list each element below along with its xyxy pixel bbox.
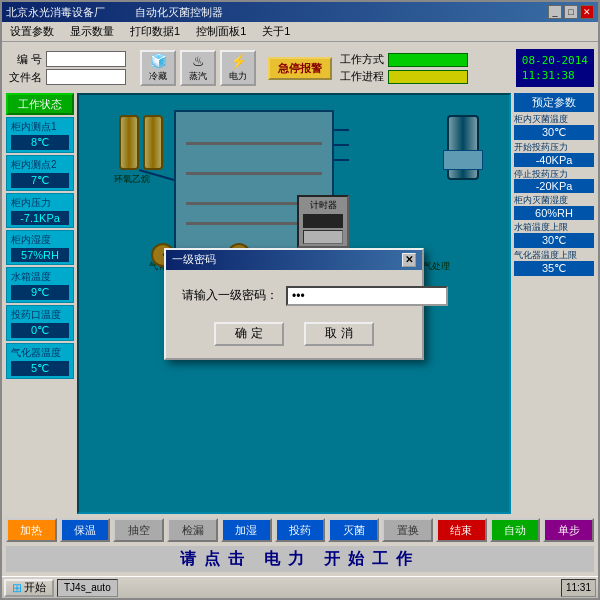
sensor-box-1: 柜内测点2 7℃ — [6, 155, 74, 191]
preset-item-5: 气化器温度上限 35℃ — [514, 250, 594, 276]
work-status-button[interactable]: 工作状态 — [6, 93, 74, 115]
flush-button[interactable]: 置换 — [382, 518, 433, 542]
sensor-label-1: 柜内测点2 — [11, 158, 69, 172]
preset-value-2: -20KPa — [514, 179, 594, 193]
title-buttons: _ □ ✕ — [548, 5, 594, 19]
modal-title-text: 一级密码 — [172, 252, 216, 267]
datetime-box: 08-20-2014 11:31:38 — [516, 49, 594, 88]
menu-settings[interactable]: 设置参数 — [6, 24, 58, 39]
sensor-value-4: 9℃ — [11, 285, 69, 300]
middle-section: 工作状态 柜内测点1 8℃ 柜内测点2 7℃ 柜内压力 -7.1KPa 柜内湿度… — [6, 93, 594, 514]
process-buttons: 加热 保温 抽空 检漏 加湿 投药 灭菌 置换 结束 自动 单步 — [6, 517, 594, 543]
menu-print[interactable]: 打印数据1 — [126, 24, 184, 39]
password-input[interactable] — [286, 286, 448, 306]
sensor-label-0: 柜内测点1 — [11, 120, 69, 134]
humidify-button[interactable]: 加湿 — [221, 518, 272, 542]
start-button[interactable]: ⊞ 开始 — [4, 579, 54, 597]
preset-value-5: 35℃ — [514, 261, 594, 276]
minimize-button[interactable]: _ — [548, 5, 562, 19]
emergency-label: 急停报警 — [278, 62, 322, 74]
work-mode-label: 工作方式 — [340, 52, 384, 67]
emergency-button[interactable]: 急停报警 — [268, 57, 332, 80]
menu-about[interactable]: 关于1 — [258, 24, 294, 39]
password-modal: 一级密码 ✕ 请输入一级密码： 确 定 取 消 — [164, 248, 424, 360]
power-label: 电力 — [229, 70, 247, 83]
status-text: 请点击 电力 开始工作 — [180, 549, 421, 570]
number-input[interactable] — [46, 51, 126, 67]
power-icon: ⚡ — [230, 53, 247, 69]
preset-item-3: 柜内灭菌湿度 60%RH — [514, 195, 594, 220]
sensor-label-6: 气化器温度 — [11, 346, 69, 360]
cold-button[interactable]: 🧊 冷藏 — [140, 50, 176, 86]
modal-overlay: 一级密码 ✕ 请输入一级密码： 确 定 取 消 — [79, 95, 509, 512]
power-button[interactable]: ⚡ 电力 — [220, 50, 256, 86]
number-row: 编 号 — [6, 51, 126, 67]
sensor-label-3: 柜内湿度 — [11, 233, 69, 247]
auto-button[interactable]: 自动 — [490, 518, 541, 542]
steam-label: 蒸汽 — [189, 70, 207, 83]
work-status-section: 工作方式 工作进程 — [340, 52, 468, 84]
heat-button[interactable]: 加热 — [6, 518, 57, 542]
status-text-bar: 请点击 电力 开始工作 — [6, 546, 594, 572]
modal-buttons: 确 定 取 消 — [182, 322, 406, 346]
preset-title: 预定参数 — [514, 93, 594, 112]
preset-value-4: 30℃ — [514, 233, 594, 248]
confirm-button[interactable]: 确 定 — [214, 322, 284, 346]
sensor-label-2: 柜内压力 — [11, 196, 69, 210]
start-label: 开始 — [24, 580, 46, 595]
modal-body: 请输入一级密码： 确 定 取 消 — [166, 270, 422, 358]
steam-button[interactable]: ♨ 蒸汽 — [180, 50, 216, 86]
left-panel: 工作状态 柜内测点1 8℃ 柜内测点2 7℃ 柜内压力 -7.1KPa 柜内湿度… — [6, 93, 74, 514]
emergency-section: 急停报警 — [268, 57, 332, 80]
sterilize-button[interactable]: 灭菌 — [328, 518, 379, 542]
steam-icon: ♨ — [192, 53, 205, 69]
filename-row: 文件名 — [6, 69, 126, 85]
windows-icon: ⊞ — [12, 581, 22, 595]
preset-value-3: 60%RH — [514, 206, 594, 220]
maximize-button[interactable]: □ — [564, 5, 578, 19]
center-diagram: 环氧乙烷 气化泵 热循环泵 负空间 西空军 废气处理 — [77, 93, 511, 514]
sensor-value-1: 7℃ — [11, 173, 69, 188]
insulate-button[interactable]: 保温 — [60, 518, 111, 542]
leak-check-button[interactable]: 检漏 — [167, 518, 218, 542]
sensor-label-5: 投药口温度 — [11, 308, 69, 322]
menu-control[interactable]: 控制面板1 — [192, 24, 250, 39]
taskbar-window-item[interactable]: TJ4s_auto — [57, 579, 118, 597]
modal-close-button[interactable]: ✕ — [402, 253, 416, 267]
menu-bar: 设置参数 显示数量 打印数据1 控制面板1 关于1 — [2, 22, 598, 42]
preset-label-3: 柜内灭菌湿度 — [514, 195, 594, 206]
preset-item-1: 开始投药压力 -40KPa — [514, 142, 594, 167]
icon-buttons: 🧊 冷藏 ♨ 蒸汽 ⚡ 电力 — [140, 50, 256, 86]
work-mode-bar — [388, 53, 468, 67]
work-mode-row: 工作方式 — [340, 52, 468, 67]
filename-label: 文件名 — [6, 70, 42, 85]
sensor-box-3: 柜内湿度 57%RH — [6, 230, 74, 265]
work-progress-bar — [388, 70, 468, 84]
title-bar: 北京永光消毒设备厂 自动化灭菌控制器 _ □ ✕ — [2, 2, 598, 22]
cancel-button[interactable]: 取 消 — [304, 322, 374, 346]
end-button[interactable]: 结束 — [436, 518, 487, 542]
main-window: 北京永光消毒设备厂 自动化灭菌控制器 _ □ ✕ 设置参数 显示数量 打印数据1… — [0, 0, 600, 600]
sensor-box-4: 水箱温度 9℃ — [6, 267, 74, 303]
step-button[interactable]: 单步 — [543, 518, 594, 542]
close-button[interactable]: ✕ — [580, 5, 594, 19]
sensor-box-5: 投药口温度 0℃ — [6, 305, 74, 341]
title-left: 北京永光消毒设备厂 — [6, 5, 105, 20]
preset-label-0: 柜内灭菌温度 — [514, 114, 594, 125]
preset-item-4: 水箱温度上限 30℃ — [514, 222, 594, 248]
main-content: 编 号 文件名 🧊 冷藏 ♨ 蒸汽 ⚡ — [2, 42, 598, 576]
cold-label: 冷藏 — [149, 70, 167, 83]
filename-input[interactable] — [46, 69, 126, 85]
right-panel: 预定参数 柜内灭菌温度 30℃ 开始投药压力 -40KPa 停止投药压力 -20… — [514, 93, 594, 514]
inject-button[interactable]: 投药 — [275, 518, 326, 542]
number-label: 编 号 — [6, 52, 42, 67]
sensor-label-4: 水箱温度 — [11, 270, 69, 284]
preset-value-1: -40KPa — [514, 153, 594, 167]
preset-label-5: 气化器温度上限 — [514, 250, 594, 261]
menu-display[interactable]: 显示数量 — [66, 24, 118, 39]
vacuum-button[interactable]: 抽空 — [113, 518, 164, 542]
sensor-box-0: 柜内测点1 8℃ — [6, 117, 74, 153]
preset-label-1: 开始投药压力 — [514, 142, 594, 153]
sensor-value-3: 57%RH — [11, 248, 69, 262]
preset-item-2: 停止投药压力 -20KPa — [514, 169, 594, 194]
